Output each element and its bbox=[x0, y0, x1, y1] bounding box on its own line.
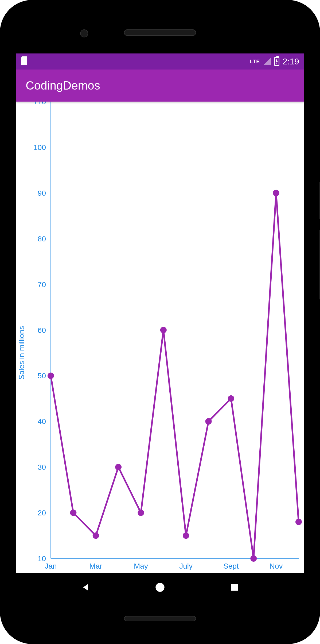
x-tick-label: Nov bbox=[270, 562, 283, 570]
data-point[interactable] bbox=[183, 533, 189, 539]
data-point[interactable] bbox=[250, 555, 257, 562]
svg-point-2 bbox=[155, 583, 164, 592]
status-bar: LTE 2:19 bbox=[16, 53, 304, 70]
line-chart-svg: 102030405060708090100110JanMarMayJulySep… bbox=[16, 102, 304, 573]
app-bar: CodingDemos bbox=[16, 70, 304, 102]
phone-frame: LTE 2:19 CodingDemos 1020304050607080901… bbox=[0, 0, 320, 644]
x-tick-label: July bbox=[179, 562, 193, 570]
lte-indicator: LTE bbox=[249, 59, 260, 65]
data-point[interactable] bbox=[48, 372, 54, 379]
data-point[interactable] bbox=[295, 519, 302, 525]
data-point[interactable] bbox=[228, 395, 234, 402]
data-point[interactable] bbox=[160, 327, 167, 333]
x-tick-label: Sept bbox=[223, 562, 239, 570]
bottom-speaker bbox=[124, 616, 196, 621]
x-tick-label: May bbox=[134, 562, 148, 570]
chart[interactable]: 102030405060708090100110JanMarMayJulySep… bbox=[16, 102, 304, 573]
svg-rect-3 bbox=[231, 584, 238, 591]
clock: 2:19 bbox=[283, 57, 299, 67]
y-tick-label: 110 bbox=[33, 102, 46, 106]
app-title: CodingDemos bbox=[26, 79, 100, 92]
data-point[interactable] bbox=[70, 510, 76, 516]
recents-button[interactable] bbox=[229, 581, 240, 593]
front-camera bbox=[80, 29, 88, 37]
y-tick-label: 50 bbox=[38, 372, 46, 380]
back-button[interactable] bbox=[80, 581, 91, 593]
y-tick-label: 20 bbox=[38, 509, 46, 517]
data-point[interactable] bbox=[205, 418, 212, 425]
sd-card-icon bbox=[21, 56, 28, 67]
y-tick-label: 90 bbox=[38, 189, 46, 197]
phone-bottom-bezel bbox=[8, 601, 312, 636]
y-tick-label: 70 bbox=[38, 280, 46, 289]
battery-icon bbox=[274, 57, 279, 66]
signal-icon bbox=[263, 58, 271, 65]
phone-body: LTE 2:19 CodingDemos 1020304050607080901… bbox=[8, 8, 312, 636]
home-button[interactable] bbox=[154, 581, 166, 593]
y-tick-label: 80 bbox=[38, 235, 46, 243]
line-series bbox=[51, 193, 299, 558]
x-tick-label: Mar bbox=[89, 562, 102, 570]
y-tick-label: 30 bbox=[38, 463, 46, 471]
y-tick-label: 40 bbox=[38, 417, 46, 426]
data-point[interactable] bbox=[138, 510, 144, 516]
earpiece-speaker bbox=[124, 29, 196, 36]
y-axis-title: Sales in millions bbox=[17, 326, 26, 380]
x-tick-label: Jan bbox=[45, 562, 57, 570]
y-tick-label: 10 bbox=[38, 554, 46, 563]
data-point[interactable] bbox=[93, 533, 99, 539]
navigation-bar bbox=[16, 573, 304, 601]
data-point[interactable] bbox=[273, 190, 279, 196]
screen: LTE 2:19 CodingDemos 1020304050607080901… bbox=[16, 53, 304, 601]
y-tick-label: 60 bbox=[38, 326, 46, 334]
y-tick-label: 100 bbox=[33, 143, 46, 152]
phone-top-bezel bbox=[8, 8, 312, 53]
data-point[interactable] bbox=[115, 464, 122, 470]
